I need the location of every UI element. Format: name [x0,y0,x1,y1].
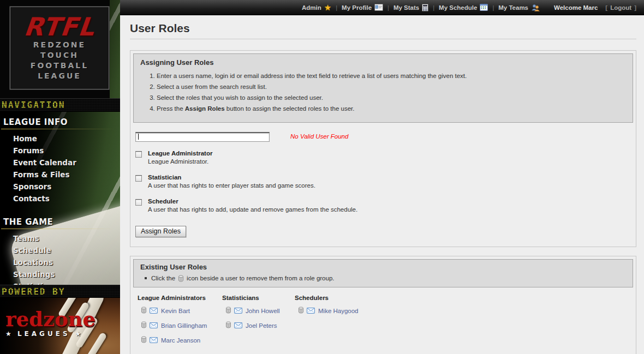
group-icon [531,4,540,11]
assign-roles-button[interactable]: Assign Roles [135,226,186,237]
role-option-statistician: Statistician A user that has rights to e… [135,174,631,190]
trash-icon[interactable] [225,321,231,331]
sidebar-item-contacts[interactable]: Contacts [0,193,120,205]
no-valid-user-message: No Valid User Found [290,133,348,140]
role-text: Statistician A user that has rights to e… [148,174,315,190]
assigning-instructions-box: Assigning User Roles Enter a users name,… [133,53,633,123]
redzone-logo-text: redzone [5,309,96,329]
logo-line-league: LEAGUE [10,71,109,81]
trash-icon[interactable] [141,306,147,316]
sidebar-item-sponsors[interactable]: Sponsors [0,181,120,193]
logout-group: [ Logout ] [605,4,636,11]
page-title: User Roles [130,22,636,35]
user-link[interactable]: Kevin Bart [161,308,190,314]
menu-my-teams-label: My Teams [498,4,528,11]
menu-my-stats[interactable]: My Stats [393,4,428,11]
logo-line-touch: TOUCH [10,50,109,61]
logout-link[interactable]: Logout [610,4,631,11]
user-search-wrap [135,131,270,142]
scheduler-checkbox[interactable] [135,199,142,206]
logo-line-football: FOOTBALL [10,61,109,71]
redzone-leagues-logo: redzone ★ LEAGUES ★ [5,309,96,338]
email-icon[interactable] [150,308,158,314]
step-4: Press the Assign Roles button to assign … [157,105,626,113]
powered-by-banner: POWERED BY [0,285,120,298]
group-title: League Administrators [138,295,222,301]
sidebar-item-schedule[interactable]: Schedule [0,244,120,256]
title-divider [130,39,636,39]
logo-acronym: RTFL [9,14,110,40]
sidebar-menu: LEAGUE INFO Home Forums Event Calendar F… [0,112,120,292]
league-logo: RTFL REDZONE TOUCH FOOTBALL LEAGUE [10,7,109,89]
user-link[interactable]: Mike Haygood [318,308,359,314]
page: RTFL REDZONE TOUCH FOOTBALL LEAGUE NAVIG… [0,0,644,354]
assigning-section: Assigning User Roles Enter a users name,… [130,50,636,247]
existing-header-box: Existing User Roles Click the icon besid… [133,259,633,287]
text-caret [138,134,139,140]
step-4-bold: Assign Roles [185,105,225,112]
menu-my-teams[interactable]: My Teams [498,4,540,11]
email-icon[interactable] [234,322,242,328]
sidebar-item-locations[interactable]: Locations [0,256,120,268]
user-search-row: No Valid User Found [135,131,631,142]
role-name: League Administrator [148,150,212,157]
group-statisticians: Statisticians John Howell Joel Peters [222,295,295,350]
user-link[interactable]: Marc Jeanson [161,337,200,344]
user-link[interactable]: Brian Gillingham [161,322,207,329]
star-icon: ★ [324,4,331,11]
user-link[interactable]: Joel Peters [246,322,277,329]
redzone-logo-subtext: ★ LEAGUES ★ [5,330,96,338]
trash-icon [178,275,184,282]
bullet-square [145,277,147,279]
sidebar-item-teams[interactable]: Teams [0,232,120,244]
role-groups: League Administrators Kevin Bart Brian G… [133,287,633,354]
sidebar-item-event-calendar[interactable]: Event Calendar [0,157,120,169]
existing-section: Existing User Roles Click the icon besid… [130,256,636,354]
sidebar-item-forums[interactable]: Forums [0,145,120,157]
step-1: Enter a users name, login id or email ad… [157,72,626,80]
statistician-checkbox[interactable] [135,175,142,182]
leagues-text: LEAGUES [17,330,70,338]
email-icon[interactable] [150,322,158,328]
trash-icon[interactable] [141,321,147,331]
user-row: Mike Haygood [298,306,404,316]
role-name: Scheduler [148,198,357,205]
email-icon[interactable] [307,308,315,314]
bracket: ] [634,4,636,11]
powered-by-banner-text: POWERED BY [0,285,120,298]
sidebar-item-standings[interactable]: Standings [0,268,120,280]
step-4-post: button to assign the selected roles to t… [225,105,355,112]
user-row: Brian Gillingham [141,321,222,331]
menu-separator: | [336,4,337,11]
menu-my-schedule-label: My Schedule [439,4,477,11]
email-icon[interactable] [234,308,242,314]
menu-my-profile[interactable]: My Profile [342,4,383,11]
sidebar-item-home[interactable]: Home [0,133,120,145]
league-administrator-checkbox[interactable] [135,151,142,158]
calendar-icon [480,4,488,11]
menu-separator: | [492,4,494,11]
user-row: John Howell [225,306,295,316]
role-option-league-administrator: League Administrator League Administrato… [135,150,631,166]
main-content: User Roles Assigning User Roles Enter a … [120,15,644,354]
role-description: A user that has rights to enter player s… [148,182,315,190]
email-icon[interactable] [150,337,158,343]
menu-separator: | [387,4,389,11]
calculator-icon [422,4,428,11]
menu-my-profile-label: My Profile [342,4,372,11]
group-schedulers: Schedulers Mike Haygood [295,295,404,350]
trash-icon[interactable] [298,306,304,316]
user-search-input[interactable] [135,132,270,142]
menu-section-the-game: THE GAME Teams Schedule Locations Standi… [0,212,120,292]
user-link[interactable]: John Howell [246,308,280,314]
menu-admin[interactable]: Admin ★ [302,4,331,11]
menu-my-schedule[interactable]: My Schedule [439,4,488,11]
remove-hint: Click the icon beside a user to remove t… [145,275,626,282]
hint-prefix: Click the [151,275,175,281]
sidebar-item-forms-files[interactable]: Forms & Files [0,169,120,181]
hint-suffix: icon beside a user to remove them from a… [187,275,334,281]
trash-icon[interactable] [225,306,231,316]
role-name: Statistician [148,174,315,181]
trash-icon[interactable] [141,335,147,345]
menu-separator: | [433,4,434,11]
